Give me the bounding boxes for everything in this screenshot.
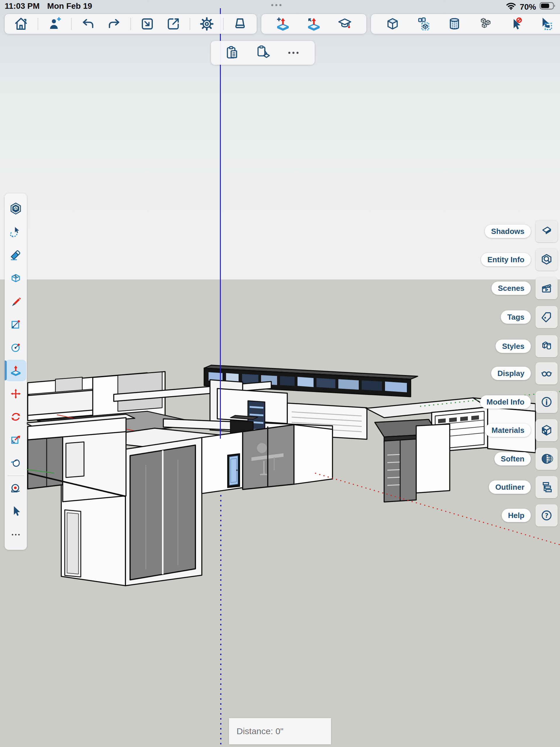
panel-button-styles[interactable]: Styles bbox=[495, 335, 558, 357]
materials-icon[interactable] bbox=[535, 419, 558, 441]
main-toolbar bbox=[5, 14, 257, 34]
panel-label: Soften bbox=[494, 452, 531, 466]
panel-button-help[interactable]: Help ? bbox=[502, 504, 558, 526]
pushpull-toolbar bbox=[261, 14, 366, 34]
panel-label: Materials bbox=[485, 423, 531, 437]
tool-circle[interactable] bbox=[5, 337, 26, 358]
tags-icon[interactable] bbox=[535, 306, 558, 328]
display-icon[interactable] bbox=[535, 362, 558, 384]
model-info-icon[interactable] bbox=[535, 391, 558, 413]
tool-rectangle[interactable] bbox=[5, 314, 26, 335]
panel-button-entity-info[interactable]: Entity Info bbox=[481, 249, 558, 271]
undo-button[interactable] bbox=[79, 15, 97, 33]
tool-paint-bucket[interactable] bbox=[5, 452, 26, 474]
panel-button-display[interactable]: Display bbox=[491, 362, 558, 384]
settings-button[interactable] bbox=[198, 15, 216, 33]
battery-percent: 70% bbox=[520, 2, 536, 12]
svg-text:?: ? bbox=[545, 512, 548, 519]
tool-section[interactable] bbox=[5, 267, 26, 289]
sketchup-ipad-app: { "status_bar": { "time": "11:03 PM", "d… bbox=[0, 0, 560, 747]
tool-rail-divider bbox=[7, 475, 24, 476]
panel-label: Styles bbox=[495, 339, 531, 353]
select-box-cursor-button[interactable] bbox=[538, 15, 557, 33]
solid-cylinder-button[interactable] bbox=[445, 15, 464, 33]
scenes-icon[interactable] bbox=[535, 277, 558, 299]
solid-tools-button[interactable] bbox=[476, 15, 495, 33]
entity-info-icon[interactable] bbox=[535, 249, 558, 271]
solid-tools-toolbar bbox=[371, 14, 560, 34]
export-button[interactable] bbox=[164, 15, 183, 33]
paste-toolbar bbox=[211, 41, 315, 65]
tool-move[interactable] bbox=[5, 383, 26, 405]
model-canvas-svg bbox=[0, 0, 560, 747]
panel-label: Outliner bbox=[489, 481, 531, 494]
home-button[interactable] bbox=[12, 15, 30, 33]
panel-label: Model Info bbox=[480, 395, 531, 409]
battery-icon bbox=[540, 2, 556, 12]
status-bar: 11:03 PM Mon Feb 19 70% bbox=[0, 0, 560, 13]
import-button[interactable] bbox=[138, 15, 157, 33]
panel-button-tags[interactable]: Tags bbox=[501, 306, 558, 328]
soften-icon[interactable] bbox=[535, 448, 558, 470]
measurement-box[interactable]: Distance: 0" bbox=[229, 718, 331, 744]
paste-in-place-button[interactable] bbox=[253, 44, 272, 62]
distance-value: Distance: 0" bbox=[236, 726, 283, 736]
outliner-icon[interactable] bbox=[535, 476, 558, 498]
panel-button-outliner[interactable]: Outliner bbox=[489, 476, 558, 498]
more-button[interactable] bbox=[284, 44, 303, 62]
add-collaborator-button[interactable] bbox=[45, 15, 64, 33]
help-icon[interactable]: ? bbox=[535, 504, 558, 526]
tool-push-pull[interactable] bbox=[5, 360, 26, 381]
panel-button-scenes[interactable]: Scenes bbox=[491, 277, 558, 299]
tool-rail bbox=[5, 194, 27, 550]
push-pull-stretch-button[interactable] bbox=[305, 15, 323, 33]
panel-button-shadows[interactable]: Shadows bbox=[485, 220, 558, 242]
tool-rotate[interactable] bbox=[5, 406, 26, 428]
panel-button-soften[interactable]: Soften bbox=[494, 448, 558, 470]
push-pull-add-button[interactable] bbox=[274, 15, 292, 33]
tool-scale[interactable] bbox=[5, 429, 26, 450]
panel-label: Display bbox=[491, 367, 531, 380]
tool-more[interactable] bbox=[5, 524, 26, 545]
panel-button-materials[interactable]: Materials bbox=[485, 419, 558, 441]
components-button[interactable] bbox=[414, 15, 433, 33]
orbit-box-button[interactable] bbox=[383, 15, 402, 33]
tool-eraser[interactable] bbox=[5, 244, 26, 266]
panel-label: Help bbox=[502, 509, 531, 522]
tool-pencil-line[interactable] bbox=[5, 290, 26, 312]
tool-lasso-select[interactable] bbox=[5, 221, 26, 243]
toolbar-divider bbox=[189, 18, 190, 30]
deselect-cursor-button[interactable] bbox=[507, 15, 526, 33]
device-button[interactable] bbox=[231, 15, 249, 33]
panel-label: Entity Info bbox=[481, 253, 531, 266]
clock: 11:03 PM bbox=[5, 1, 40, 11]
panel-button-model-info[interactable]: Model Info bbox=[480, 391, 558, 413]
panel-label: Shadows bbox=[485, 225, 531, 238]
toolbar-divider bbox=[130, 18, 131, 30]
multitasking-indicator[interactable] bbox=[271, 4, 281, 6]
panel-label: Scenes bbox=[491, 281, 531, 295]
toolbar-divider bbox=[71, 18, 72, 30]
panel-label: Tags bbox=[501, 310, 531, 324]
redo-button[interactable] bbox=[105, 15, 123, 33]
tool-select[interactable] bbox=[5, 500, 26, 522]
styles-icon[interactable] bbox=[535, 335, 558, 357]
tool-tape-measure[interactable] bbox=[5, 478, 26, 499]
date: Mon Feb 19 bbox=[47, 1, 92, 11]
toolbar-divider bbox=[37, 18, 38, 30]
wifi-icon bbox=[506, 1, 516, 12]
toolbar-divider bbox=[223, 18, 224, 30]
paste-button[interactable] bbox=[223, 44, 241, 62]
instructor-button[interactable] bbox=[335, 15, 354, 33]
tool-sketchup-model[interactable] bbox=[5, 198, 26, 220]
model-viewport[interactable] bbox=[0, 0, 560, 747]
shadows-icon[interactable] bbox=[535, 220, 558, 242]
